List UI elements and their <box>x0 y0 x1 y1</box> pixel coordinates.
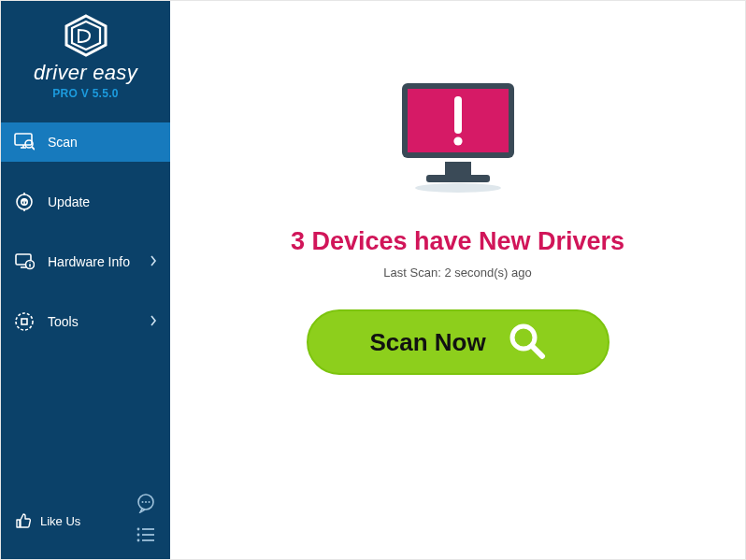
svg-point-25 <box>137 528 140 531</box>
tools-icon <box>14 311 35 332</box>
alert-monitor-graphic <box>389 78 527 197</box>
svg-point-23 <box>145 501 147 503</box>
svg-point-24 <box>149 501 151 503</box>
sidebar-item-label: Tools <box>48 314 79 329</box>
scan-monitor-icon <box>14 132 35 152</box>
svg-rect-20 <box>22 319 27 324</box>
feedback-button[interactable] <box>135 494 157 516</box>
svg-line-9 <box>32 147 35 150</box>
sidebar-footer: Like Us <box>1 494 170 548</box>
svg-point-27 <box>137 534 140 537</box>
svg-rect-5 <box>15 134 32 145</box>
scan-now-label: Scan Now <box>369 328 485 357</box>
sidebar-item-label: Hardware Info <box>48 254 130 269</box>
svg-line-39 <box>532 346 542 356</box>
logo-icon <box>1 14 170 57</box>
hardware-info-icon <box>14 251 35 272</box>
sidebar-item-label: Scan <box>48 135 78 150</box>
sidebar-item-tools[interactable]: Tools <box>1 302 170 341</box>
svg-point-29 <box>137 539 140 542</box>
svg-rect-34 <box>426 175 490 182</box>
sidebar-item-scan[interactable]: Scan <box>1 122 170 162</box>
list-menu-icon <box>136 526 156 547</box>
sidebar-item-update[interactable]: Update <box>1 182 170 222</box>
main-panel: 3 Devices have New Drivers Last Scan: 2 … <box>170 1 745 559</box>
menu-button[interactable] <box>135 525 157 548</box>
brand-version: PRO V 5.5.0 <box>1 87 170 100</box>
speech-bubble-icon <box>136 493 156 517</box>
sidebar-corner-icons <box>135 494 157 548</box>
svg-rect-33 <box>445 162 471 175</box>
brand-block: driver easy PRO V 5.5.0 <box>1 1 170 106</box>
scan-now-button[interactable]: Scan Now <box>307 309 610 375</box>
chevron-right-icon <box>150 255 157 269</box>
sidebar: driver easy PRO V 5.5.0 Scan <box>1 1 170 559</box>
svg-marker-4 <box>72 22 100 50</box>
sidebar-nav: Scan Update <box>1 122 170 362</box>
thumbs-up-icon <box>14 511 33 530</box>
svg-point-35 <box>415 183 501 193</box>
brand-name: driver easy <box>1 61 170 85</box>
like-us-label: Like Us <box>40 514 80 528</box>
update-gear-icon <box>14 192 35 212</box>
sidebar-item-label: Update <box>48 194 90 209</box>
svg-point-19 <box>16 313 33 330</box>
chevron-right-icon <box>150 315 157 329</box>
magnifier-icon <box>507 321 546 364</box>
like-us-button[interactable]: Like Us <box>14 511 80 530</box>
svg-point-22 <box>142 501 144 503</box>
app-window: driver easy PRO V 5.5.0 Scan <box>0 0 746 560</box>
sidebar-item-hardware-info[interactable]: Hardware Info <box>1 242 170 281</box>
last-scan-text: Last Scan: 2 second(s) ago <box>383 266 531 280</box>
status-headline: 3 Devices have New Drivers <box>291 227 624 256</box>
svg-point-37 <box>453 136 462 145</box>
